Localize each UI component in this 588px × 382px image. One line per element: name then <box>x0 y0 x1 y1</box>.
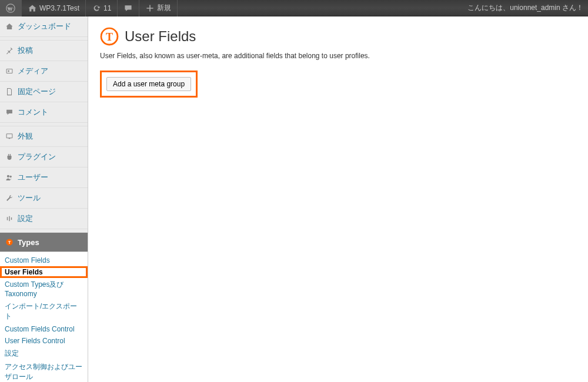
sidebar-item-tools[interactable]: ツール <box>0 188 88 209</box>
sidebar-item-posts[interactable]: 投稿 <box>0 41 88 61</box>
sidebar-item-appearance[interactable]: 外観 <box>0 126 88 147</box>
page-description: User Fields, also known as user-meta, ar… <box>100 52 576 60</box>
sidebar-item-label: 外観 <box>18 131 33 142</box>
sidebar-item-label: ツール <box>18 193 41 203</box>
svg-point-2 <box>8 71 9 72</box>
submenu-settings[interactable]: 設定 <box>0 347 88 360</box>
admin-toolbar: WP3.7.1Test 11 新規 こんにちは、unionnet_admin さ… <box>0 0 588 16</box>
svg-text:T: T <box>106 31 113 43</box>
content: T User Fields User Fields, also known as… <box>88 16 588 382</box>
toolbar-right: こんにちは、unionnet_admin さん！ <box>467 3 588 13</box>
types-icon: T <box>5 237 14 247</box>
add-group-highlight: Add a user meta group <box>100 71 198 98</box>
refresh-icon <box>92 4 101 13</box>
submenu-custom-types[interactable]: Custom Types及びTaxonomy <box>0 278 88 300</box>
sidebar-item-label: 固定ページ <box>18 86 56 97</box>
submenu-access[interactable]: アクセス制御およびユーザロール <box>0 360 88 382</box>
sidebar-item-label: 投稿 <box>18 45 33 56</box>
page-heading-text: User Fields <box>125 28 196 45</box>
submenu-import-export[interactable]: インポート/エクスポート <box>0 300 88 323</box>
submenu-custom-fields[interactable]: Custom Fields <box>0 254 88 266</box>
updates-link[interactable]: 11 <box>86 0 118 16</box>
wordpress-icon <box>6 4 15 13</box>
page-icon <box>5 87 14 96</box>
tools-icon <box>5 193 14 203</box>
svg-point-6 <box>9 176 12 178</box>
home-icon <box>5 22 14 31</box>
media-icon <box>5 66 14 76</box>
site-title: WP3.7.1Test <box>39 4 79 12</box>
sidebar-item-label: ダッシュボード <box>18 21 71 32</box>
sidebar-item-label: メディア <box>18 66 48 76</box>
site-home-link[interactable]: WP3.7.1Test <box>22 0 86 16</box>
svg-rect-7 <box>7 217 8 220</box>
wp-logo[interactable] <box>0 0 22 16</box>
sidebar-item-label: 設定 <box>18 213 33 224</box>
sidebar-item-label: ユーザー <box>18 172 48 183</box>
sidebar-item-label: プラグイン <box>18 152 56 162</box>
submenu-cf-control[interactable]: Custom Fields Control <box>0 323 88 335</box>
page-title: T User Fields <box>100 27 576 46</box>
new-content-link[interactable]: 新規 <box>139 0 178 16</box>
sidebar-item-label: コメント <box>18 107 48 118</box>
sidebar-item-label: Types <box>18 238 39 247</box>
appearance-icon <box>5 132 14 141</box>
sidebar-item-plugins[interactable]: プラグイン <box>0 147 88 167</box>
sidebar-item-pages[interactable]: 固定ページ <box>0 82 88 102</box>
types-submenu: Custom Fields User Fields Custom Types及び… <box>0 252 88 382</box>
sidebar-item-comments[interactable]: コメント <box>0 102 88 123</box>
updates-count: 11 <box>103 4 111 12</box>
submenu-uf-control[interactable]: User Fields Control <box>0 335 88 347</box>
greeting[interactable]: こんにちは、unionnet_admin さん！ <box>467 3 583 13</box>
main: ダッシュボード 投稿 メディア 固定ページ コメント 外観 プラグイン <box>0 16 588 382</box>
comments-link[interactable] <box>118 0 139 16</box>
settings-icon <box>5 214 14 223</box>
sidebar-item-users[interactable]: ユーザー <box>0 167 88 188</box>
add-user-meta-group-button[interactable]: Add a user meta group <box>106 77 191 91</box>
comment-icon <box>5 108 14 117</box>
users-icon <box>5 173 14 182</box>
svg-text:T: T <box>8 240 11 245</box>
sidebar-item-dashboard[interactable]: ダッシュボード <box>0 16 88 37</box>
sidebar: ダッシュボード 投稿 メディア 固定ページ コメント 外観 プラグイン <box>0 16 88 382</box>
svg-rect-3 <box>6 134 12 138</box>
comment-icon <box>123 4 133 13</box>
svg-point-5 <box>7 175 9 177</box>
svg-rect-9 <box>11 217 12 220</box>
svg-rect-4 <box>9 138 11 139</box>
sidebar-item-settings[interactable]: 設定 <box>0 209 88 229</box>
types-logo-icon: T <box>100 27 119 46</box>
sidebar-item-media[interactable]: メディア <box>0 61 88 82</box>
submenu-user-fields[interactable]: User Fields <box>0 266 88 278</box>
sidebar-item-types[interactable]: T Types <box>0 233 88 252</box>
svg-rect-8 <box>9 216 9 221</box>
plugin-icon <box>5 152 14 162</box>
pin-icon <box>5 46 14 55</box>
plus-icon <box>145 4 155 13</box>
new-label: 新規 <box>157 3 171 13</box>
home-icon <box>28 4 37 13</box>
